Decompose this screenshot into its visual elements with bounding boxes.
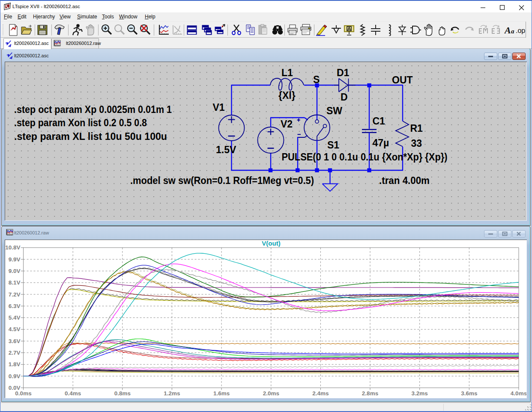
svg-text:1.2ms: 1.2ms	[164, 390, 180, 397]
svg-text:.tran 4.00m: .tran 4.00m	[379, 175, 430, 186]
svg-text:2.8ms: 2.8ms	[362, 390, 378, 397]
svg-text:3.2ms: 3.2ms	[412, 390, 428, 397]
svg-text:.model sw sw(Ron=0.1 Roff=1Meg: .model sw sw(Ron=0.1 Roff=1Meg vt=0.5)	[130, 175, 314, 186]
svg-text:1.6ms: 1.6ms	[213, 390, 230, 397]
svg-text:6.3V: 6.3V	[9, 303, 21, 309]
svg-text:0.4ms: 0.4ms	[65, 390, 81, 397]
svg-text:4.0ms: 4.0ms	[511, 390, 526, 397]
svg-text:A: A	[504, 25, 511, 36]
svg-text:.step param Xon list 0.2 0.5 0: .step param Xon list 0.2 0.5 0.8	[14, 117, 147, 128]
svg-text:1.5V: 1.5V	[216, 144, 236, 155]
svg-text:3.6ms: 3.6ms	[461, 390, 477, 397]
svg-text:V(out): V(out)	[262, 240, 280, 247]
svg-text:a: a	[511, 28, 514, 35]
svg-text:.op: .op	[516, 27, 525, 34]
svg-text:V2: V2	[281, 119, 293, 130]
svg-text:8.1V: 8.1V	[9, 279, 21, 286]
svg-text:2.0ms: 2.0ms	[263, 390, 279, 397]
svg-text:S1: S1	[327, 139, 339, 151]
svg-text:47µ: 47µ	[373, 137, 389, 148]
svg-text:10.8V: 10.8V	[5, 244, 20, 251]
svg-text:9.9V: 9.9V	[9, 256, 21, 263]
svg-text:0.0ms: 0.0ms	[15, 390, 31, 397]
svg-text:.step oct param Xp 0.0025m 0.0: .step oct param Xp 0.0025m 0.01m 1	[14, 104, 172, 115]
svg-text:PULSE(0 1 0 0.1u 0.1u {Xon*Xp}: PULSE(0 1 0 0.1u 0.1u {Xon*Xp} {Xp})	[282, 151, 448, 163]
svg-text:R1: R1	[410, 123, 423, 134]
svg-text:C1: C1	[373, 116, 386, 127]
svg-text:{Xl}: {Xl}	[278, 90, 296, 101]
svg-text:0.8ms: 0.8ms	[114, 390, 131, 397]
svg-text:D1: D1	[337, 67, 350, 78]
svg-text:OUT: OUT	[392, 74, 413, 86]
svg-text:5.4V: 5.4V	[9, 314, 21, 321]
svg-text:3.6V: 3.6V	[9, 338, 21, 344]
svg-text:33: 33	[411, 138, 422, 149]
svg-text:0.9V: 0.9V	[9, 373, 21, 379]
svg-text:.step param XL list 10u 50u 10: .step param XL list 10u 50u 100u	[14, 131, 167, 142]
svg-text:L1: L1	[281, 67, 293, 78]
svg-text:2.4ms: 2.4ms	[312, 390, 329, 397]
svg-text:7.2V: 7.2V	[9, 291, 21, 298]
svg-text:2.7V: 2.7V	[9, 350, 21, 356]
svg-text:SW: SW	[326, 105, 342, 116]
svg-text:9.0V: 9.0V	[9, 268, 21, 274]
svg-text:D: D	[341, 92, 348, 103]
svg-text:V1: V1	[213, 102, 225, 113]
svg-text:1.8V: 1.8V	[9, 361, 21, 368]
svg-text:4.5V: 4.5V	[9, 326, 21, 332]
svg-text:S: S	[313, 74, 320, 85]
